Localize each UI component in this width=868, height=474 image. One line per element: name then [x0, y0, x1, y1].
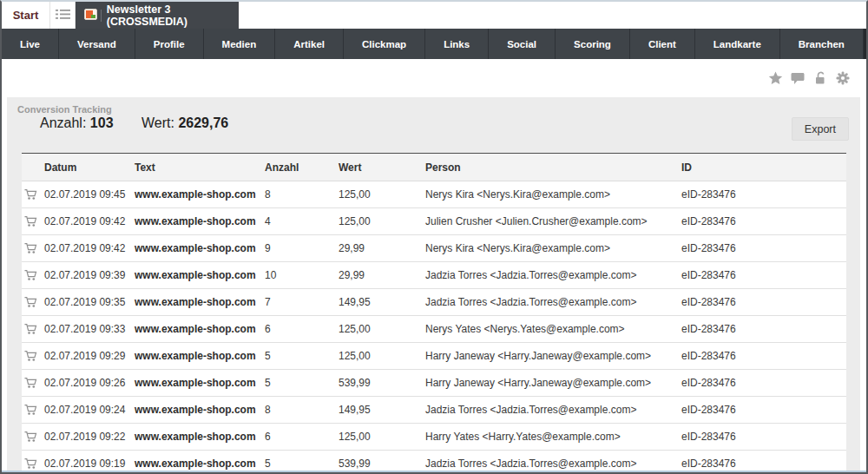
- cell-anzahl: 6: [263, 431, 337, 443]
- cell-anzahl: 4: [263, 215, 337, 227]
- cell-person: Jadzia Torres <Jadzia.Torres@example.com…: [424, 458, 680, 470]
- newsletter-icon: [84, 9, 97, 23]
- table-row[interactable]: 02.07.2019 09:19 www.example-shop.com 5 …: [22, 451, 846, 472]
- cell-wert: 149,95: [337, 296, 424, 308]
- nav-tab-clickmap[interactable]: Clickmap: [344, 29, 425, 59]
- cell-text: www.example-shop.com: [133, 242, 263, 254]
- column-header-wert: Wert: [337, 161, 424, 174]
- nav-bar: LiveVersandProfileMedienArtikelClickmapL…: [2, 29, 866, 59]
- cart-icon: [22, 215, 41, 227]
- nav-tab-branchen[interactable]: Branchen: [780, 29, 864, 59]
- cell-person: Harry Janeway <Harry.Janeway@example.com…: [424, 350, 680, 362]
- cell-person: Nerys Kira <Nerys.Kira@example.com>: [424, 242, 680, 254]
- cell-datum: 02.07.2019 09:22: [41, 431, 133, 443]
- cell-anzahl: 7: [263, 296, 337, 308]
- cell-datum: 02.07.2019 09:26: [41, 377, 133, 389]
- nav-tab-scoring[interactable]: Scoring: [556, 29, 630, 59]
- cell-text: www.example-shop.com: [133, 323, 263, 335]
- cell-id: eID-283476: [680, 404, 846, 416]
- cart-icon: [22, 350, 41, 362]
- cell-person: Harry Janeway <Harry.Janeway@example.com…: [424, 377, 680, 389]
- cell-id: eID-283476: [680, 377, 846, 389]
- cell-datum: 02.07.2019 09:33: [41, 323, 133, 335]
- wert-value: 2629,76: [178, 115, 228, 130]
- cart-icon: [22, 404, 41, 416]
- app-window: Start Newslett: [0, 0, 868, 474]
- cell-anzahl: 6: [263, 323, 337, 335]
- table-row[interactable]: 02.07.2019 09:39 www.example-shop.com 10…: [22, 262, 846, 289]
- cell-datum: 02.07.2019 09:42: [41, 242, 133, 254]
- unlock-icon[interactable]: [812, 70, 828, 86]
- nav-tab-links[interactable]: Links: [425, 29, 489, 59]
- cell-anzahl: 5: [263, 350, 337, 362]
- nav-tab-conversion[interactable]: Conversion: [864, 29, 868, 59]
- table-row[interactable]: 02.07.2019 09:22 www.example-shop.com 6 …: [22, 424, 846, 451]
- table-row[interactable]: 02.07.2019 09:42 www.example-shop.com 9 …: [22, 235, 846, 262]
- tab-start[interactable]: Start: [2, 2, 50, 29]
- summary-stats: Anzahl: 103 Wert: 2629,76: [40, 115, 228, 131]
- cell-id: eID-283476: [680, 431, 846, 443]
- cell-anzahl: 10: [263, 269, 337, 281]
- cell-id: eID-283476: [680, 215, 846, 227]
- tab-list-button[interactable]: [50, 2, 76, 29]
- tab-separator: [101, 10, 102, 22]
- cell-person: Harry Yates <Harry.Yates@example.com>: [424, 431, 680, 443]
- table-row[interactable]: 02.07.2019 09:26 www.example-shop.com 5 …: [22, 370, 846, 397]
- cell-wert: 539,99: [337, 458, 424, 470]
- favorite-star-icon[interactable]: [767, 70, 783, 86]
- table-row[interactable]: 02.07.2019 09:35 www.example-shop.com 7 …: [22, 289, 846, 316]
- cell-datum: 02.07.2019 09:39: [41, 269, 133, 281]
- export-button[interactable]: Export: [792, 117, 849, 141]
- cell-wert: 125,00: [337, 350, 424, 362]
- cart-icon: [22, 242, 41, 254]
- cell-wert: 125,00: [337, 188, 424, 201]
- cell-text: www.example-shop.com: [133, 215, 263, 227]
- cart-icon: [22, 377, 41, 389]
- cell-id: eID-283476: [680, 323, 846, 335]
- tab-document-label: Newsletter 3 (CROSSMEDIA): [107, 3, 230, 28]
- nav-tab-versand[interactable]: Versand: [59, 29, 135, 59]
- nav-tab-live[interactable]: Live: [2, 29, 59, 59]
- cell-id: eID-283476: [680, 296, 846, 308]
- nav-tab-social[interactable]: Social: [489, 29, 556, 59]
- list-icon: [56, 8, 70, 23]
- conversion-table: Datum Text Anzahl Wert Person ID 02.07.2…: [22, 153, 846, 472]
- cell-id: eID-283476: [680, 458, 846, 470]
- cell-text: www.example-shop.com: [133, 431, 263, 443]
- nav-tab-medien[interactable]: Medien: [204, 29, 276, 59]
- cell-datum: 02.07.2019 09:29: [41, 350, 133, 362]
- cell-anzahl: 5: [263, 458, 337, 470]
- table-row[interactable]: 02.07.2019 09:24 www.example-shop.com 8 …: [22, 397, 846, 424]
- cell-person: Jadzia Torres <Jadzia.Torres@example.com…: [424, 269, 680, 281]
- table-row[interactable]: 02.07.2019 09:33 www.example-shop.com 6 …: [22, 316, 846, 343]
- table-row[interactable]: 02.07.2019 09:29 www.example-shop.com 5 …: [22, 343, 846, 370]
- nav-tab-landkarte[interactable]: Landkarte: [695, 29, 780, 59]
- content-panel: Conversion Tracking Anzahl: 103 Wert: 26…: [7, 97, 860, 472]
- document-tabbar: Start Newslett: [2, 2, 866, 29]
- nav-tab-profile[interactable]: Profile: [135, 29, 204, 59]
- cell-anzahl: 9: [263, 242, 337, 254]
- anzahl-value: 103: [90, 115, 114, 130]
- cell-text: www.example-shop.com: [133, 377, 263, 389]
- tab-document[interactable]: Newsletter 3 (CROSSMEDIA): [76, 2, 239, 29]
- comment-icon[interactable]: [790, 70, 806, 86]
- cart-icon: [22, 188, 41, 201]
- table-row[interactable]: 02.07.2019 09:42 www.example-shop.com 4 …: [22, 208, 846, 235]
- cell-datum: 02.07.2019 09:45: [41, 188, 133, 201]
- nav-tab-client[interactable]: Client: [630, 29, 695, 59]
- cell-person: Jadzia Torres <Jadzia.Torres@example.com…: [424, 296, 680, 308]
- cell-wert: 149,95: [337, 404, 424, 416]
- section-title: Conversion Tracking: [17, 104, 112, 115]
- table-header: Datum Text Anzahl Wert Person ID: [22, 153, 846, 181]
- cart-icon: [22, 323, 41, 335]
- cell-person: Jadzia Torres <Jadzia.Torres@example.com…: [424, 404, 680, 416]
- cell-datum: 02.07.2019 09:35: [41, 296, 133, 308]
- column-header-datum: Datum: [41, 161, 133, 174]
- table-row[interactable]: 02.07.2019 09:45 www.example-shop.com 8 …: [22, 181, 846, 208]
- cell-id: eID-283476: [680, 269, 846, 281]
- settings-gear-icon[interactable]: [835, 70, 851, 86]
- nav-tab-artikel[interactable]: Artikel: [275, 29, 344, 59]
- cell-text: www.example-shop.com: [133, 350, 263, 362]
- cell-anzahl: 8: [263, 404, 337, 416]
- column-header-person: Person: [424, 161, 680, 174]
